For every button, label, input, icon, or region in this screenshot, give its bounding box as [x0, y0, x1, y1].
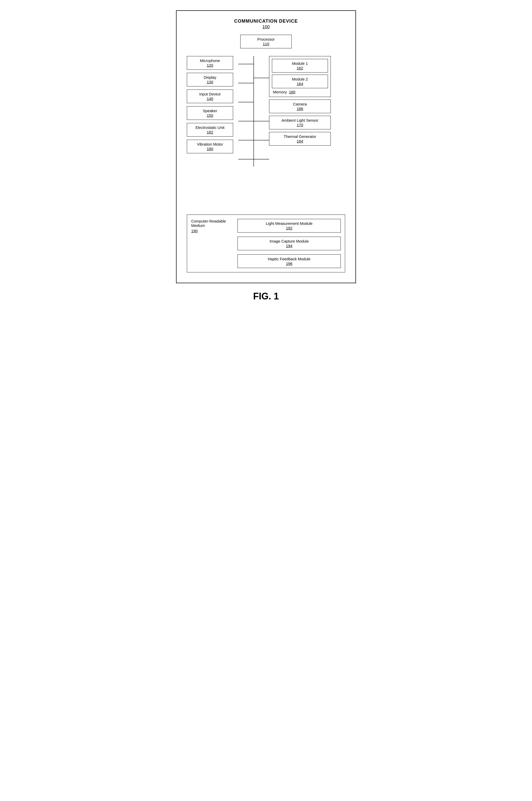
- top-section: Processor 110 Microphone 120 Display 130…: [187, 35, 345, 211]
- crm-modules: Light Measurement Module 192 Image Captu…: [238, 219, 341, 268]
- light-measurement-module-box: Light Measurement Module 192: [238, 219, 341, 233]
- crm-section: Computer-ReadableMedium 190 Light Measur…: [187, 215, 345, 272]
- processor-number: 110: [245, 42, 287, 46]
- processor-label: Processor: [257, 37, 275, 41]
- left-column: Microphone 120 Display 130 Input Device …: [187, 56, 238, 153]
- microphone-box: Microphone 120: [187, 56, 233, 70]
- vibration-motor-box: Vibration Motor 180: [187, 140, 233, 153]
- crm-number: 190: [191, 229, 232, 233]
- ambient-light-sensor-box: Ambient Light Sensor 170: [269, 116, 331, 129]
- diagram-title-number: 100: [187, 24, 345, 30]
- memory-box: Module 1 162 Module 2 164 Memory 160: [269, 56, 331, 97]
- camera-box: Camera 186: [269, 99, 331, 113]
- speaker-box: Speaker 150: [187, 106, 233, 120]
- electrostatic-box: Electrostatic Unit 182: [187, 123, 233, 136]
- diagram-container: COMMUNICATION DEVICE 100 Processor 110 M…: [176, 10, 356, 283]
- thermal-generator-box: Thermal Generator 184: [269, 132, 331, 146]
- crm-label-area: Computer-ReadableMedium 190: [191, 219, 232, 233]
- image-capture-module-box: Image Capture Module 194: [238, 237, 341, 250]
- module2-box: Module 2 164: [272, 75, 328, 88]
- diagram-title: COMMUNICATION DEVICE: [187, 19, 345, 24]
- right-column: Module 1 162 Module 2 164 Memory 160: [269, 56, 336, 146]
- connector-lines: [238, 56, 269, 211]
- module1-box: Module 1 162: [272, 59, 328, 73]
- haptic-feedback-module-box: Haptic Feedback Module 196: [238, 254, 341, 268]
- fig-label: FIG. 1: [253, 291, 279, 302]
- display-box: Display 130: [187, 73, 233, 87]
- processor-box: Processor 110: [240, 35, 292, 48]
- input-device-box: Input Device 140: [187, 90, 233, 103]
- crm-label: Computer-ReadableMedium: [191, 219, 232, 227]
